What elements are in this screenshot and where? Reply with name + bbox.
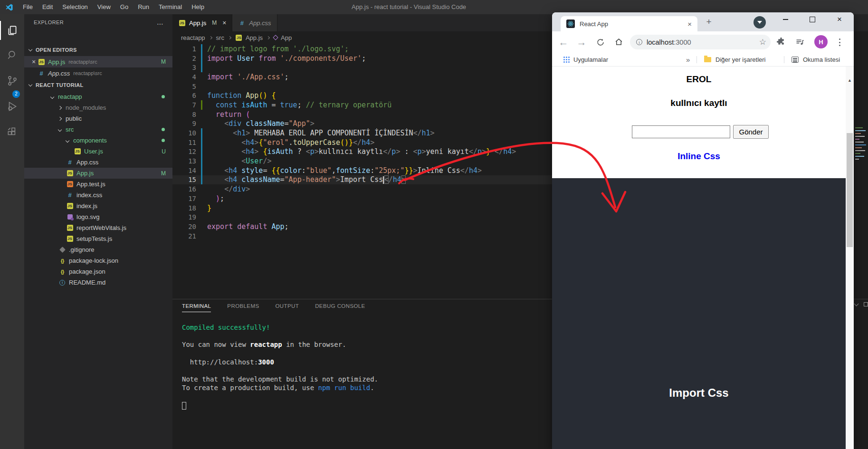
tree-item-setuptests-js[interactable]: JSsetupTests.js [24, 233, 172, 244]
scrollbar[interactable]: ▲ [846, 67, 854, 449]
code-line-8[interactable]: 8 return ( [172, 110, 600, 119]
code-line-10[interactable]: 10 <h1> MERHABA EROL APP COMPONENTİ İÇİN… [172, 128, 600, 138]
code-editor[interactable]: 1// import logo from './logo.svg';2impor… [172, 44, 600, 240]
tree-item-index-css[interactable]: #index.css [24, 190, 172, 201]
profile-avatar[interactable]: H [814, 35, 828, 48]
address-bar[interactable]: i localhost:3000 ☆ [630, 35, 771, 49]
open-editor-row[interactable]: ×JSApp.jsreactapp\srcM [24, 56, 172, 67]
tree-item-user-js[interactable]: JSUser.jsU [24, 146, 172, 157]
panel-tab-problems[interactable]: PROBLEMS [227, 303, 259, 312]
bookmark-other-label[interactable]: Diğer yer işaretleri [715, 56, 765, 63]
code-line-12[interactable]: 12 <h4> {isAuth ? <p>kullnıcı kaytlı</p>… [172, 147, 600, 157]
back-icon[interactable]: ← [556, 31, 571, 53]
tree-item--gitignore[interactable]: .gitignore [24, 244, 172, 255]
tree-item-node-modules[interactable]: node_modules [24, 102, 172, 113]
media-playlist-icon[interactable] [795, 38, 805, 49]
code-line-15[interactable]: 15 <h4 className="App-header">Import Css… [172, 175, 600, 185]
more-actions-icon[interactable]: ⋯ [157, 20, 164, 28]
tree-item-reactapp[interactable]: reactapp [24, 91, 172, 102]
terminal-output[interactable]: Compiled successfully! You can now view … [182, 323, 378, 410]
tree-item-app-test-js[interactable]: JSApp.test.js [24, 179, 172, 190]
tree-item-src[interactable]: src [24, 124, 172, 135]
extensions-puzzle-icon[interactable] [776, 37, 786, 48]
tab-close-icon[interactable]: × [222, 19, 226, 27]
code-line-1[interactable]: 1// import logo from './logo.svg'; [172, 44, 600, 54]
menu-view[interactable]: View [93, 0, 115, 14]
code-line-21[interactable]: 21 [172, 231, 600, 241]
forward-icon[interactable]: → [574, 31, 589, 53]
code-line-3[interactable]: 3 [172, 63, 600, 72]
run-debug-icon[interactable] [0, 95, 24, 118]
menu-run[interactable]: Run [133, 0, 154, 14]
tree-item-index-js[interactable]: JSindex.js [24, 201, 172, 211]
menu-help[interactable]: Help [187, 0, 209, 14]
panel-tab-output[interactable]: OUTPUT [275, 303, 299, 312]
open-editor-row[interactable]: #App.cssreactapp\src [24, 67, 172, 79]
panel-tab-debug-console[interactable]: DEBUG CONSOLE [315, 303, 365, 312]
code-line-13[interactable]: 13 <User/> [172, 156, 600, 166]
code-line-17[interactable]: 17 ); [172, 194, 600, 203]
tree-item-package-lock-json[interactable]: {}package-lock.json [24, 255, 172, 266]
code-line-9[interactable]: 9 <div className="App"> [172, 119, 600, 129]
maximize-button[interactable] [804, 12, 820, 27]
home-icon[interactable] [611, 31, 626, 53]
code-line-4[interactable]: 4import './App.css'; [172, 72, 600, 82]
bookmark-apps-label[interactable]: Uygulamalar [573, 56, 608, 63]
submit-button[interactable]: Gönder [733, 125, 769, 139]
scrollbar-thumb[interactable] [847, 133, 853, 247]
breadcrumb-item-app[interactable]: App [274, 34, 292, 41]
menu-terminal[interactable]: Terminal [154, 0, 187, 14]
breadcrumb-item-app-js[interactable]: JSApp.js [235, 34, 263, 41]
browser-tab[interactable]: React App × [561, 16, 697, 31]
project-header[interactable]: REACT TUTORIAL [24, 80, 172, 90]
code-line-19[interactable]: 19 [172, 212, 600, 222]
code-line-18[interactable]: 18} [172, 203, 600, 213]
code-line-7[interactable]: 7 const isAuth = true; // ternary operat… [172, 100, 600, 110]
text-input[interactable] [632, 125, 730, 138]
apps-grid-icon[interactable] [563, 57, 570, 63]
panel-tab-terminal[interactable]: TERMINAL [182, 303, 211, 312]
info-icon[interactable]: i [636, 39, 642, 45]
reload-icon[interactable] [593, 31, 608, 53]
close-icon[interactable]: × [30, 58, 38, 66]
tree-item-public[interactable]: public [24, 113, 172, 124]
breadcrumb-item-src[interactable]: src [216, 34, 224, 41]
scroll-up-icon[interactable]: ▲ [846, 78, 854, 83]
menu-file[interactable]: File [18, 0, 38, 14]
bookmark-reading-label[interactable]: Okuma listesi [803, 56, 840, 63]
code-line-14[interactable]: 14 <h4 style= {{color:"blue",fontSize:"2… [172, 166, 600, 175]
editor-tab-app-js[interactable]: JSApp.jsM× [172, 14, 232, 31]
menu-edit[interactable]: Edit [38, 0, 57, 14]
editor-tab-app-css[interactable]: #App.css [232, 14, 277, 31]
tree-item-package-json[interactable]: {}package.json [24, 266, 172, 277]
open-editors-header[interactable]: OPEN EDITORS [24, 45, 172, 55]
tree-item-components[interactable]: components [24, 135, 172, 146]
code-line-2[interactable]: 2import User from './components/User'; [172, 54, 600, 63]
tree-item-reportwebvitals-js[interactable]: JSreportWebVitals.js [24, 222, 172, 233]
new-tab-button[interactable]: + [703, 16, 715, 28]
tab-close-icon[interactable]: × [687, 20, 692, 28]
tree-item-readme-md[interactable]: iREADME.md [24, 277, 172, 288]
extensions-icon[interactable] [0, 121, 24, 143]
code-line-11[interactable]: 11 <h4>{"erol".toUpperCase()}</h4> [172, 138, 600, 147]
tree-item-app-js[interactable]: JSApp.jsM [24, 168, 172, 179]
bookmarks-overflow-icon[interactable]: » [686, 56, 690, 64]
status-circle-icon[interactable] [754, 16, 766, 29]
code-line-16[interactable]: 16 </div> [172, 184, 600, 194]
account-icon[interactable] [0, 443, 24, 449]
source-control-icon[interactable] [0, 69, 24, 92]
code-line-6[interactable]: 6function App() { [172, 91, 600, 100]
menu-go[interactable]: Go [115, 0, 133, 14]
minimize-button[interactable] [777, 12, 793, 27]
tree-item-logo-svg[interactable]: logo.svg [24, 211, 172, 222]
bookmark-star-icon[interactable]: ☆ [759, 37, 766, 47]
breadcrumb-item-reactapp[interactable]: reactapp [181, 34, 205, 41]
menu-kebab-icon[interactable] [835, 37, 844, 48]
explorer-icon[interactable] [0, 19, 24, 42]
tree-item-app-css[interactable]: #App.css [24, 157, 172, 168]
menu-selection[interactable]: Selection [57, 0, 92, 14]
code-line-20[interactable]: 20export default App; [172, 222, 600, 231]
code-line-5[interactable]: 5 [172, 82, 600, 91]
search-icon[interactable] [0, 44, 24, 67]
close-button[interactable]: × [831, 12, 848, 27]
